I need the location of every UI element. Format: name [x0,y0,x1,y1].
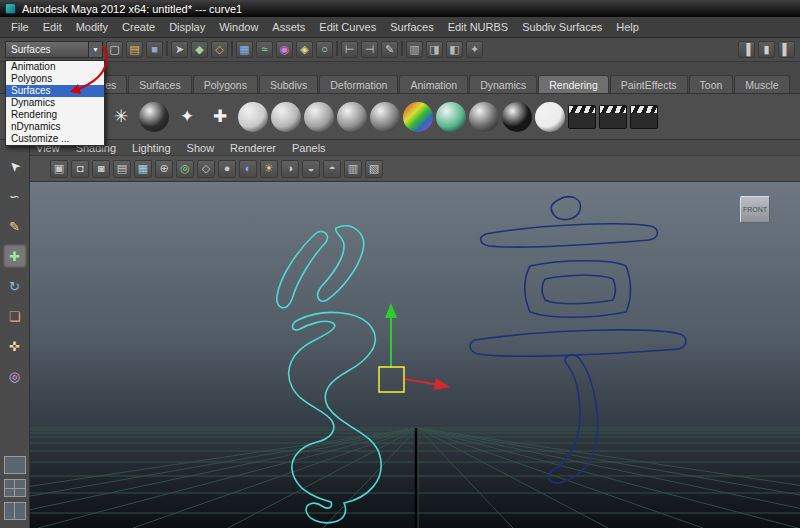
select-by-component-icon[interactable]: ◇ [211,41,228,58]
menuset-option[interactable]: Dynamics [6,97,104,109]
select-by-hierarchy-icon[interactable]: ➤ [171,41,188,58]
shaded-display-icon[interactable]: ● [218,160,236,178]
panel-menu-item[interactable]: Renderer [230,142,276,154]
textured-display-icon[interactable]: ◐ [239,160,257,178]
move-tool[interactable]: ✚ [3,244,27,268]
render-view-icon[interactable]: ▥ [406,41,423,58]
ramp-material-icon[interactable] [403,102,433,132]
menubar-item[interactable]: Surfaces [383,21,440,33]
snap-to-curve-icon[interactable]: ≈ [256,41,273,58]
wireframe-display-icon[interactable]: ◇ [197,160,215,178]
menuset-option[interactable]: Customize ... [6,133,104,145]
shelf-tab[interactable]: Rendering [538,75,608,93]
menuset-combo[interactable]: Surfaces ▼ [5,41,103,58]
menubar-item[interactable]: Display [162,21,212,33]
shelf-tab[interactable]: Surfaces [128,75,191,93]
toggle-attribute-editor-icon[interactable]: ▐ [738,41,755,58]
camera-attributes-icon[interactable]: ◙ [92,160,110,178]
render-current-frame-icon[interactable] [568,105,596,129]
bookmarks-icon[interactable]: ▤ [113,160,131,178]
select-by-object-icon[interactable]: ◆ [191,41,208,58]
shelf-tab[interactable]: PaintEffects [610,75,688,93]
menuset-option[interactable]: Animation [6,61,104,73]
render-current-frame-icon[interactable]: ◨ [426,41,443,58]
menubar-item[interactable]: Create [115,21,162,33]
shelf-tab[interactable]: Subdivs [259,75,318,93]
menubar-item[interactable]: Edit NURBS [441,21,516,33]
menubar-item[interactable]: Edit Curves [312,21,383,33]
layout-two-pane-button[interactable] [4,502,26,520]
lasso-select-tool[interactable]: ∽ [3,184,27,208]
shelf-tab[interactable]: Animation [399,75,468,93]
viewport-canvas[interactable] [30,182,800,528]
menubar-item[interactable]: Help [609,21,646,33]
menubar-item[interactable]: File [4,21,36,33]
snap-to-point-icon[interactable]: ◉ [276,41,293,58]
grease-pencil-icon[interactable]: ◎ [176,160,194,178]
white-material-icon[interactable] [535,102,565,132]
layout-four-pane-button[interactable] [4,479,26,497]
title-bar[interactable]: Autodesk Maya 2012 x64: untitled* --- cu… [0,0,800,17]
shelf-tab[interactable]: Dynamics [469,75,537,93]
shelf-tab[interactable]: Polygons [193,75,258,93]
panel-menu-item[interactable]: Panels [292,142,326,154]
ipr-render-icon[interactable] [599,105,627,129]
new-scene-icon[interactable]: ▢ [106,41,123,58]
paint-effects-icon[interactable]: ✳ [106,102,136,132]
toggle-channel-box-icon[interactable]: ▌ [778,41,795,58]
universal-manipulator-tool[interactable]: ✜ [3,334,27,358]
occlusion-icon[interactable]: ◒ [302,160,320,178]
blinn-material-icon[interactable] [271,102,301,132]
output-connections-icon[interactable]: ⊣ [361,41,378,58]
create-light-icon[interactable]: ✦ [172,102,202,132]
lambert-material-icon[interactable] [304,102,334,132]
isolate-select-icon[interactable]: ▥ [344,160,362,178]
ocean-material-icon[interactable] [436,102,466,132]
layout-single-pane-button[interactable] [4,456,26,474]
panel-menu-item[interactable]: Show [187,142,215,154]
menubar-item[interactable]: Window [212,21,265,33]
xray-display-icon[interactable]: ▧ [365,160,383,178]
phong-material-icon[interactable] [337,102,367,132]
panel-menu-item[interactable]: Lighting [132,142,171,154]
menuset-option[interactable]: Surfaces [6,85,104,97]
menubar-item[interactable]: Subdiv Surfaces [515,21,609,33]
render-settings-icon[interactable]: ✦ [466,41,483,58]
shadows-icon[interactable]: ◑ [281,160,299,178]
menuset-option[interactable]: Polygons [6,73,104,85]
two-d-pan-zoom-icon[interactable]: ⊕ [155,160,173,178]
viewport[interactable]: FRONT [30,182,800,528]
shading-group-icon[interactable]: ✚ [205,102,235,132]
select-tool[interactable]: ➤ [3,154,27,178]
menubar-item[interactable]: Assets [265,21,312,33]
hypershade-sphere-icon[interactable] [139,102,169,132]
scale-tool[interactable]: ❏ [3,304,27,328]
snap-to-plane-icon[interactable]: ◈ [296,41,313,58]
menubar-item[interactable]: Edit [36,21,69,33]
image-plane-icon[interactable]: ▦ [134,160,152,178]
black-material-icon[interactable] [502,102,532,132]
surface-shader-icon[interactable] [469,102,499,132]
open-scene-icon[interactable]: ▤ [126,41,143,58]
ipr-render-icon[interactable]: ◧ [446,41,463,58]
shelf-tab[interactable]: Muscle [734,75,789,93]
paint-selection-tool[interactable]: ✎ [3,214,27,238]
render-settings-icon[interactable] [630,105,658,129]
menubar-item[interactable]: Modify [69,21,115,33]
toggle-tool-settings-icon[interactable]: ▮ [758,41,775,58]
use-all-lights-icon[interactable]: ☀ [260,160,278,178]
input-connections-icon[interactable]: ⊢ [341,41,358,58]
soft-modification-tool[interactable]: ◎ [3,364,27,388]
anisotropic-material-icon[interactable] [238,102,268,132]
motion-blur-icon[interactable]: ◓ [323,160,341,178]
menuset-option[interactable]: nDynamics [6,121,104,133]
rotate-tool[interactable]: ↻ [3,274,27,298]
menuset-option[interactable]: Rendering [6,109,104,121]
snap-to-grid-icon[interactable]: ▦ [236,41,253,58]
viewcube[interactable]: FRONT [740,196,770,223]
save-scene-icon[interactable]: ■ [146,41,163,58]
shelf-tab[interactable]: Toon [689,75,734,93]
construction-history-icon[interactable]: ✎ [381,41,398,58]
phonge-material-icon[interactable] [370,102,400,132]
chevron-down-icon[interactable]: ▼ [88,42,102,57]
